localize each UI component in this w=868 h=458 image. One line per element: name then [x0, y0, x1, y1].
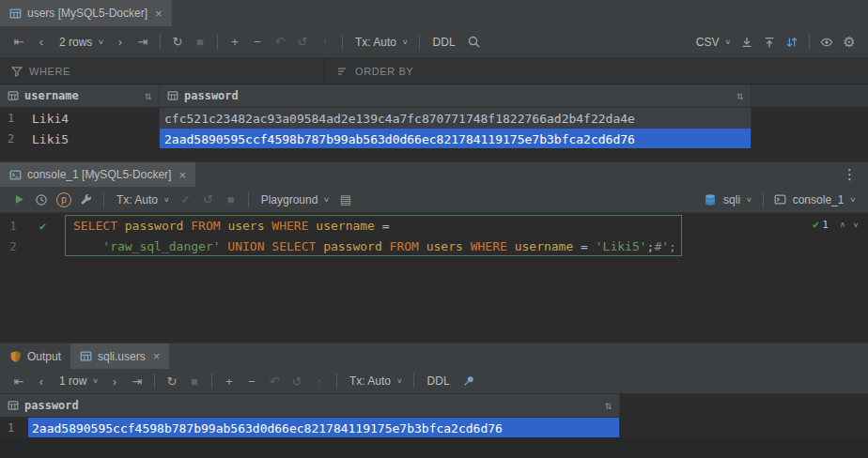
sql-token: #'; [654, 239, 675, 253]
sort-lines-icon [336, 66, 349, 77]
close-icon[interactable]: × [155, 8, 163, 20]
close-icon[interactable]: × [153, 350, 161, 362]
history-clock-icon[interactable] [32, 191, 51, 209]
prev-page-button[interactable]: ‹ [32, 33, 51, 52]
column-header-password[interactable]: password ⇅ [160, 84, 752, 107]
tx-mode-dropdown[interactable]: Tx: Auto ∨ [348, 374, 403, 388]
row-number: 1 [0, 112, 32, 125]
export-format-dropdown[interactable]: CSV ∨ [694, 36, 731, 49]
column-icon [8, 400, 19, 411]
sync-arrows-icon[interactable] [783, 33, 801, 52]
last-page-button[interactable]: ⇥ [133, 33, 152, 52]
reload-icon[interactable]: ↻ [168, 33, 187, 52]
chevron-down-icon: ∨ [98, 38, 104, 46]
last-page-button[interactable]: ⇥ [128, 372, 147, 390]
sql-token: password [125, 219, 191, 233]
column-header-username[interactable]: username ⇅ [0, 84, 160, 107]
tx-mode-dropdown[interactable]: Tx: Auto ∨ [353, 36, 409, 49]
tab-console[interactable]: console_1 [MySQL5-Docker] × [0, 162, 195, 187]
where-filter-field[interactable]: WHERE [0, 58, 324, 84]
add-row-icon[interactable]: + [225, 33, 244, 52]
sort-toggle-icon[interactable]: ⇅ [736, 89, 743, 102]
more-options-icon[interactable]: ⋮ [831, 162, 868, 187]
sql-token: FROM [390, 239, 426, 253]
sql-token: 'Liki5' [596, 239, 647, 253]
add-row-icon[interactable]: + [220, 372, 239, 390]
prev-page-button[interactable]: ‹ [32, 372, 51, 390]
submit-icon: ↑ [310, 372, 329, 390]
grid-header-row: username ⇅ password ⇅ [0, 84, 868, 108]
playground-label: Playground [261, 193, 318, 206]
delete-row-icon[interactable]: − [248, 33, 267, 52]
close-icon[interactable]: × [178, 169, 186, 181]
prev-problem-icon[interactable]: ∨ [840, 221, 845, 229]
sql-token: = [382, 219, 390, 233]
sql-line[interactable]: 'raw_sql_danger' UNION SELECT password F… [73, 237, 676, 257]
session-switcher-dropdown[interactable]: console_1 ∨ [774, 193, 856, 206]
export-data-icon[interactable] [760, 33, 779, 52]
where-placeholder: WHERE [29, 66, 70, 77]
sql-token: UNION SELECT [221, 239, 324, 253]
tx-mode-dropdown[interactable]: Tx: Auto ∨ [115, 193, 170, 206]
page-size-dropdown[interactable]: 1 row ∨ [57, 374, 99, 388]
sort-toggle-icon[interactable]: ⇅ [605, 399, 612, 412]
cell-username[interactable]: Liki4 [32, 108, 160, 129]
next-page-button[interactable]: › [111, 33, 130, 52]
view-as-list-icon[interactable]: ▤ [336, 191, 355, 209]
column-header-password[interactable]: password ⇅ [0, 394, 620, 417]
inspection-widget[interactable]: ✔ 1 ∨ ∨ [813, 218, 859, 231]
sql-editor[interactable]: 1 2 ✔ SELECT password FROM users WHERE u… [0, 213, 868, 343]
cell-password-selected[interactable]: 2aad5890595ccf4598b787b99ab563d0d66ec821… [28, 418, 620, 438]
chevron-down-icon: ∨ [402, 38, 409, 46]
bottom-strip [0, 437, 868, 458]
tab-output[interactable]: Output [0, 344, 70, 369]
settings-gear-icon[interactable]: ⚙ [840, 33, 859, 52]
tx-label: Tx: Auto [355, 36, 396, 49]
result-toolbar: ⇤ ‹ 1 row ∨ › ⇥ ↻ ■ + − ↶ ↺ ↑ Tx: Auto ∨… [0, 369, 868, 394]
view-options-eye-icon[interactable] [817, 33, 836, 52]
separator [103, 192, 104, 207]
delete-row-icon[interactable]: − [242, 372, 261, 390]
schema-switcher-dropdown[interactable]: sqli ∨ [704, 193, 752, 206]
search-icon[interactable] [465, 33, 484, 52]
first-page-button[interactable]: ⇤ [9, 372, 28, 390]
next-problem-icon[interactable]: ∨ [853, 221, 859, 229]
tab-label: users [MySQL5-Docker] [27, 7, 147, 20]
console-file-icon [774, 193, 786, 206]
column-label: password [24, 399, 79, 412]
header-filler [752, 84, 868, 107]
cell-username[interactable]: Liki5 [32, 129, 160, 149]
sql-token: username [316, 219, 381, 233]
first-page-button[interactable]: ⇤ [9, 33, 28, 52]
grid-bottom-gap [0, 148, 868, 161]
tx-label: Tx: Auto [116, 193, 158, 206]
import-data-icon[interactable] [737, 33, 756, 52]
run-play-icon[interactable] [9, 191, 28, 209]
reload-icon[interactable]: ↻ [163, 372, 181, 390]
grid-header-row: password ⇅ [0, 394, 868, 418]
line-number: 2 [9, 237, 26, 257]
rollback-icon: ↺ [199, 191, 218, 209]
table-icon [9, 8, 22, 20]
tab-users-grid[interactable]: users [MySQL5-Docker] × [0, 0, 172, 26]
header-filler [620, 394, 868, 417]
statement-success-check-icon: ✔ [39, 216, 46, 237]
wrench-settings-icon[interactable] [77, 191, 96, 209]
sql-line[interactable]: SELECT password FROM users WHERE usernam… [73, 216, 390, 237]
ddl-button[interactable]: DDL [433, 36, 456, 49]
chevron-down-icon: ∨ [323, 196, 330, 204]
playground-mode-dropdown[interactable]: Playground ∨ [259, 193, 330, 206]
pin-tab-icon[interactable] [459, 372, 478, 390]
cell-password-selected[interactable]: 2aad5890595ccf4598b787b99ab563d0d66ec821… [160, 129, 752, 149]
next-page-button[interactable]: › [105, 372, 124, 390]
sort-toggle-icon[interactable]: ⇅ [145, 89, 151, 102]
separator [419, 35, 420, 50]
tab-result-grid[interactable]: sqli.users × [70, 344, 169, 369]
order-by-filter-field[interactable]: ORDER BY [325, 58, 413, 84]
ddl-button[interactable]: DDL [427, 374, 450, 388]
page-size-dropdown[interactable]: 2 rows ∨ [57, 36, 104, 49]
parameters-badge-icon[interactable]: p [56, 192, 71, 207]
sql-token: SELECT [73, 219, 125, 233]
separator [809, 35, 810, 50]
cell-password[interactable]: cfc521c23482ac93a09584ad2e139c4a7fc87077… [160, 108, 752, 129]
